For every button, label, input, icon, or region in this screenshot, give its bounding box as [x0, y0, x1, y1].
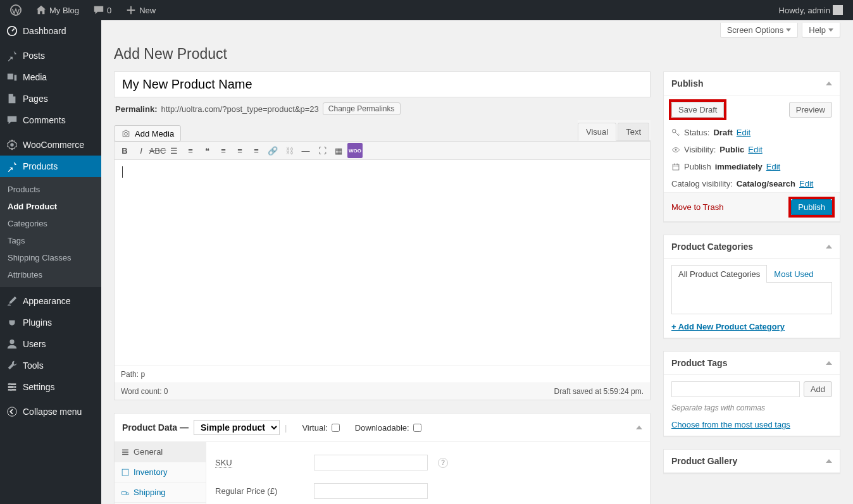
submenu-categories[interactable]: Categories [0, 215, 101, 232]
edit-visibility-link[interactable]: Edit [748, 145, 762, 154]
svg-rect-9 [122, 469, 128, 476]
sku-help-icon[interactable]: ? [438, 458, 448, 468]
menu-users[interactable]: Users [0, 333, 101, 355]
menu-media[interactable]: Media [0, 66, 101, 88]
submenu-products-list[interactable]: Products [0, 181, 101, 198]
gallery-toggle[interactable] [826, 459, 832, 463]
choose-tags-link[interactable]: Choose from the most used tags [671, 420, 790, 429]
menu-posts[interactable]: Posts [0, 45, 101, 66]
account-howdy[interactable]: Howdy, admin [774, 0, 848, 20]
pd-tab-inventory[interactable]: Inventory [115, 462, 206, 482]
menu-tools[interactable]: Tools [0, 355, 101, 376]
product-tags-box: Product Tags Add Separate tags with comm… [663, 351, 840, 436]
more-button[interactable]: — [298, 143, 313, 158]
menu-comments[interactable]: Comments [0, 109, 101, 131]
new-content[interactable]: New [120, 0, 161, 20]
page-title: Add New Product [114, 46, 840, 63]
site-home-link[interactable]: My Blog [30, 0, 84, 20]
svg-point-3 [9, 340, 14, 344]
strike-button[interactable]: ABC [150, 143, 165, 158]
permalink-url: http://uoltra.com/?post_type=product&p=2… [161, 104, 318, 114]
pin-icon [6, 50, 18, 61]
menu-settings[interactable]: Settings [0, 376, 101, 398]
tag-input[interactable] [671, 381, 800, 397]
edit-catalog-link[interactable]: Edit [799, 179, 813, 188]
permalink-row: Permalink: http://uoltra.com/?post_type=… [114, 97, 651, 120]
pd-tab-general[interactable]: General [115, 442, 206, 462]
add-media-button[interactable]: Add Media [114, 125, 181, 142]
caret-down-icon [828, 28, 833, 32]
comment-icon [93, 4, 104, 16]
editor-body[interactable] [115, 160, 650, 366]
screen-options-tab[interactable]: Screen Options [720, 23, 799, 38]
woo-shortcode-button[interactable]: WOO [347, 143, 363, 158]
menu-woocommerce[interactable]: WooCommerce [0, 134, 101, 156]
pd-tab-shipping[interactable]: Shipping [115, 482, 206, 503]
comments-link[interactable]: 0 [88, 0, 116, 20]
media-icon [6, 71, 18, 83]
menu-pages[interactable]: Pages [0, 88, 101, 109]
word-count: Word count: 0 [121, 387, 168, 396]
quote-button[interactable]: ❝ [199, 143, 215, 158]
align-center-button[interactable]: ≡ [232, 143, 247, 158]
regular-price-input[interactable] [314, 483, 428, 499]
tag-help-text: Separate tags with commas [671, 403, 832, 412]
ol-button[interactable]: ≡ [183, 143, 198, 158]
page-icon [6, 93, 18, 104]
menu-dashboard[interactable]: Dashboard [0, 20, 101, 42]
product-type-select[interactable]: Simple product [194, 420, 280, 435]
cat-tab-all[interactable]: All Product Categories [671, 265, 767, 283]
text-cursor [122, 166, 642, 178]
submenu-attributes[interactable]: Attributes [0, 266, 101, 283]
caret-down-icon [786, 28, 791, 32]
menu-appearance[interactable]: Appearance [0, 290, 101, 312]
cat-tab-most-used[interactable]: Most Used [767, 265, 820, 283]
menu-plugins[interactable]: Plugins [0, 312, 101, 333]
sku-input[interactable] [314, 455, 428, 470]
toolbar-toggle-button[interactable]: ▦ [331, 143, 346, 158]
link-button[interactable]: 🔗 [265, 143, 280, 158]
submenu-shipping-classes[interactable]: Shipping Classes [0, 249, 101, 266]
unlink-button[interactable]: ⛓ [282, 143, 297, 158]
svg-point-4 [9, 383, 11, 386]
align-left-button[interactable]: ≡ [216, 143, 231, 158]
gear-icon [6, 139, 18, 151]
collapse-menu[interactable]: Collapse menu [0, 401, 101, 422]
ul-button[interactable]: ☰ [166, 143, 182, 158]
downloadable-checkbox[interactable] [413, 424, 421, 432]
submenu-tags[interactable]: Tags [0, 232, 101, 249]
site-name: My Blog [49, 6, 79, 15]
change-permalinks-button[interactable]: Change Permalinks [323, 102, 401, 115]
menu-products[interactable]: Products [0, 156, 101, 177]
edit-schedule-link[interactable]: Edit [766, 162, 780, 171]
bold-button[interactable]: B [117, 143, 132, 158]
product-title-input[interactable] [114, 71, 651, 97]
editor-tab-text[interactable]: Text [618, 123, 649, 140]
align-right-button[interactable]: ≡ [249, 143, 264, 158]
submenu-add-product[interactable]: Add Product [0, 198, 101, 215]
product-data-toggle[interactable] [636, 426, 642, 429]
comments-count: 0 [107, 6, 111, 15]
category-checklist[interactable] [671, 283, 832, 314]
italic-button[interactable]: I [134, 143, 149, 158]
svg-point-6 [9, 389, 12, 391]
editor-tab-visual[interactable]: Visual [578, 123, 616, 141]
tags-toggle[interactable] [826, 361, 832, 365]
plus-icon [125, 4, 137, 16]
preview-button[interactable]: Preview [789, 102, 832, 118]
save-draft-button[interactable]: Save Draft [671, 102, 724, 118]
admin-sidebar: Dashboard Posts Media Pages Comments Woo… [0, 20, 101, 504]
edit-status-link[interactable]: Edit [737, 128, 750, 137]
move-to-trash-link[interactable]: Move to Trash [671, 202, 723, 212]
virtual-checkbox[interactable] [332, 424, 340, 432]
publish-button[interactable]: Publish [791, 199, 832, 215]
publish-toggle[interactable] [826, 82, 832, 85]
brush-icon [6, 295, 18, 307]
add-new-category-link[interactable]: + Add New Product Category [671, 322, 785, 331]
categories-toggle[interactable] [826, 245, 832, 249]
avatar [833, 5, 843, 15]
add-tag-button[interactable]: Add [804, 381, 832, 397]
wp-logo[interactable] [5, 0, 27, 20]
fullscreen-button[interactable]: ⛶ [314, 143, 330, 158]
help-tab[interactable]: Help [802, 23, 840, 38]
